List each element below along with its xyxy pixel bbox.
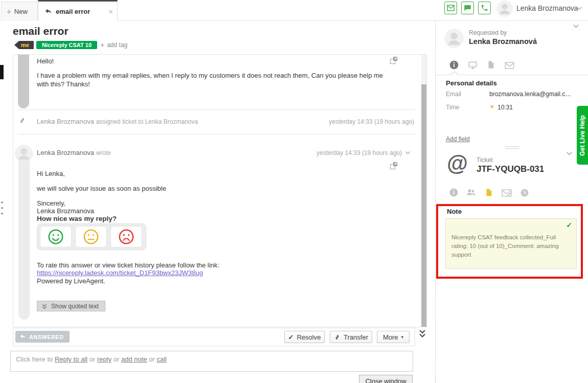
or-text: or <box>89 355 96 363</box>
message1-greeting: Hello! <box>37 57 54 65</box>
time-field-label: Time <box>446 104 459 111</box>
tab-ticket-compose[interactable] <box>502 189 512 197</box>
left-edge-marker <box>0 65 4 79</box>
ticket-note[interactable]: ✓ Nicereply CSAT feedback collected_Full… <box>445 218 577 269</box>
section-drag-handle[interactable] <box>505 146 519 150</box>
add-field-link[interactable]: Add field <box>446 136 470 143</box>
add-note-link[interactable]: add note <box>121 355 147 363</box>
check-icon: ✓ <box>566 221 572 229</box>
requested-by-label: Requested by <box>469 29 507 36</box>
transfer-icon <box>334 334 341 341</box>
check-icon: ✓ <box>288 333 294 341</box>
collapse-panel-double-chevron-icon[interactable] <box>418 329 426 339</box>
close-window-button[interactable]: Close window <box>359 375 413 383</box>
reply-icon <box>44 8 52 15</box>
requester-section-chevron-icon[interactable] <box>573 24 579 28</box>
rate-bad-button[interactable] <box>110 226 142 247</box>
new-chat-button[interactable] <box>461 2 474 14</box>
resolve-label: Resolve <box>297 333 321 341</box>
rate-good-button[interactable] <box>40 226 72 247</box>
nicereply-ticket-link[interactable]: https://nicereply.ladesk.com/ticket_D1F9… <box>37 269 203 277</box>
get-live-help-tab[interactable]: Get Live Help <box>577 106 588 165</box>
call-link[interactable]: call <box>156 355 167 363</box>
reply-link[interactable]: reply <box>97 355 111 363</box>
powered-by-text: Powered by LiveAgent. <box>37 277 105 285</box>
ticket-section-chevron-icon[interactable] <box>566 151 573 155</box>
requester-name: Lenka Brozmanová <box>469 37 537 46</box>
reply-to-all-link[interactable]: Reply to all <box>55 355 87 363</box>
reply-input-bar[interactable]: Click here to Reply to all or reply or a… <box>10 351 413 372</box>
user-avatar[interactable] <box>496 1 513 17</box>
collapse-sidebar-arrows[interactable]: ◂◂◂ <box>1 199 3 216</box>
envelope-icon <box>505 62 514 69</box>
csat-rating-panel <box>37 223 146 250</box>
new-call-button[interactable] <box>478 2 491 14</box>
message2-header: Lenka Brozmanova wrote <box>37 149 111 156</box>
tag-me[interactable]: me <box>14 41 34 49</box>
tab-email-error[interactable]: email error × <box>38 0 118 21</box>
tag-nicereply-csat[interactable]: Nicereply CSAT 10 <box>36 41 97 49</box>
rate-neutral-button[interactable] <box>75 226 107 247</box>
people-icon <box>466 188 476 197</box>
rate-instruction: To rate this answer or view ticket histo… <box>37 261 219 269</box>
tab-new-label: New <box>14 8 28 15</box>
thread-scrollbar-thumb[interactable] <box>421 84 426 327</box>
chat-bubble-icon <box>464 4 471 12</box>
tab-contact-email[interactable] <box>505 62 514 69</box>
ticket-id: JTF-YQUQB-031 <box>477 164 544 174</box>
message2-avatar <box>15 145 33 163</box>
tab-contact-screen[interactable] <box>468 60 478 70</box>
tab-ticket-contacts[interactable] <box>466 188 476 197</box>
add-tag-button[interactable]: + add tag <box>100 41 127 49</box>
more-button[interactable]: More ▾ <box>377 331 410 343</box>
message2-author: Lenka Brozmanova <box>37 149 94 156</box>
message2-collapse-chevron-icon[interactable] <box>405 151 411 154</box>
tab-ticket-info[interactable] <box>449 188 459 197</box>
user-name: Lenka Brozmanova <box>516 4 578 12</box>
tab-ticket-notes-active[interactable] <box>485 188 493 197</box>
open-in-popup-icon[interactable] <box>390 56 398 64</box>
add-tag-label: add tag <box>107 41 127 49</box>
happy-face-icon <box>47 228 64 245</box>
sun-icon: ☀ <box>489 103 495 110</box>
assign-transfer-icon <box>18 117 26 124</box>
user-menu[interactable]: Lenka Brozmanova <box>516 4 578 12</box>
message2-body: we will solve your issue as soon as poss… <box>37 184 166 193</box>
status-badge: ANSWERED <box>15 331 70 343</box>
sad-face-icon <box>118 228 135 245</box>
reply-prefix: Click here to <box>16 355 53 363</box>
phone-icon <box>481 4 488 12</box>
double-chevron-down-icon <box>41 303 48 309</box>
open-in-popup-icon[interactable] <box>390 162 398 170</box>
tab-contact-notes[interactable] <box>487 60 495 70</box>
note-file-icon <box>485 188 493 197</box>
info-icon <box>449 188 459 197</box>
message1-avatar-bar <box>18 55 29 108</box>
message2-greeting: Hi Lenka, <box>37 169 65 178</box>
more-label: More <box>383 333 398 341</box>
user-menu-chevron-icon[interactable] <box>576 6 582 10</box>
tab-ticket-history[interactable] <box>520 188 529 197</box>
email-field-label: Email <box>446 91 461 98</box>
plus-icon: + <box>100 41 104 49</box>
monitor-icon <box>468 60 478 70</box>
envelope-pencil-icon <box>502 189 512 197</box>
new-email-button[interactable] <box>444 2 457 14</box>
message2-avatar-bar <box>18 161 30 320</box>
close-tab-icon[interactable]: × <box>108 7 113 16</box>
resolve-button[interactable]: ✓ Resolve <box>284 331 325 343</box>
file-icon <box>487 60 495 70</box>
plus-icon: + <box>7 7 11 16</box>
at-sign-icon: @ <box>447 151 468 176</box>
info-icon <box>449 60 459 70</box>
tab-contact-info[interactable] <box>449 60 459 70</box>
show-quoted-text-button[interactable]: Show quoted text <box>37 301 105 311</box>
system-event-action: assigned ticket to Lenka Brozmanova <box>96 118 198 125</box>
transfer-label: Transfer <box>344 333 368 341</box>
reply-icon <box>19 333 26 340</box>
close-window-label: Close window <box>365 377 406 383</box>
message2-wrote-label: wrote <box>96 149 111 156</box>
transfer-button[interactable]: Transfer <box>330 331 372 343</box>
tab-new[interactable]: + New <box>1 2 38 21</box>
rating-question: How nice was my reply? <box>37 214 117 223</box>
